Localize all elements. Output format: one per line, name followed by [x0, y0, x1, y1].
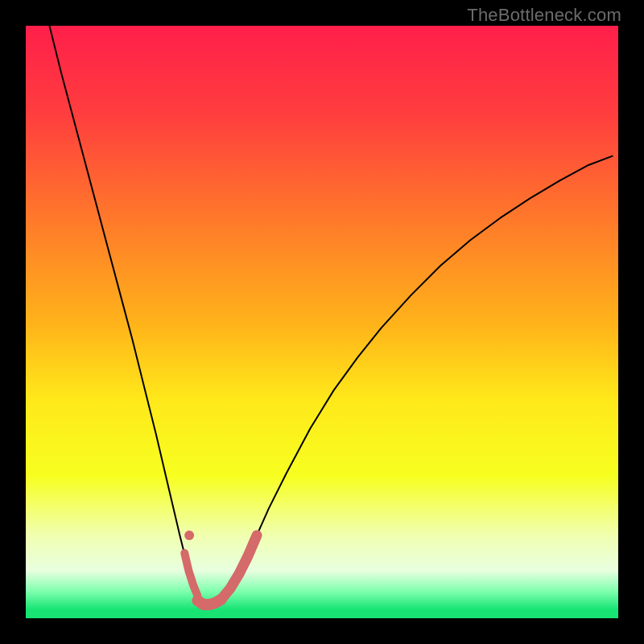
marker-highlight-dot — [184, 530, 194, 540]
chart-frame: TheBottleneck.com — [0, 0, 644, 644]
chart-svg — [26, 26, 618, 618]
gradient-background — [26, 26, 618, 618]
plot-area — [26, 26, 618, 618]
watermark-text: TheBottleneck.com — [467, 5, 621, 26]
